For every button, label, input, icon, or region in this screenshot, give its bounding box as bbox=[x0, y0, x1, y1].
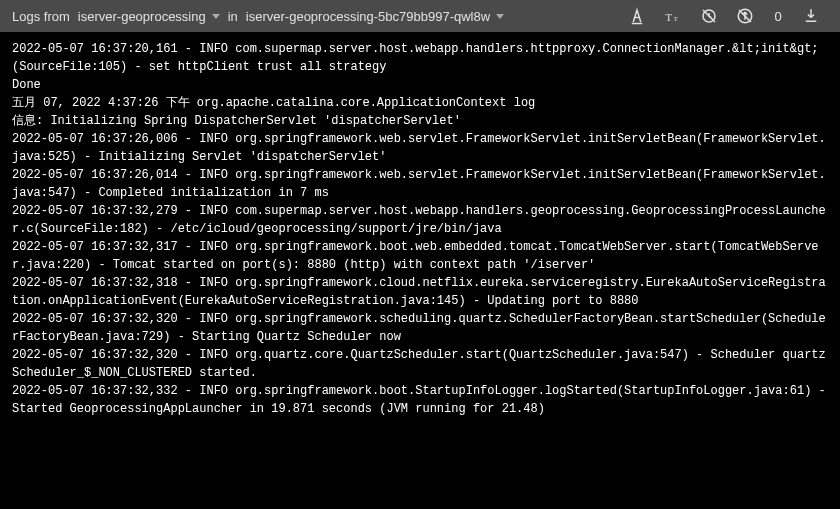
font-size-button[interactable]: T T bbox=[664, 7, 682, 25]
log-line: 2022-05-07 16:37:26,006 - INFO org.sprin… bbox=[12, 130, 828, 166]
container-name: iserver-geoprocessing bbox=[78, 9, 206, 24]
log-line: 信息: Initializing Spring DispatcherServle… bbox=[12, 112, 828, 130]
log-counter: 0 bbox=[772, 9, 784, 24]
log-output[interactable]: 2022-05-07 16:37:20,161 - INFO com.super… bbox=[0, 32, 840, 509]
pod-name: iserver-geoprocessing-5bc79bb997-qwl8w bbox=[246, 9, 490, 24]
log-toolbar: Logs from iserver-geoprocessing in iserv… bbox=[0, 0, 840, 32]
log-line: 2022-05-07 16:37:32,320 - INFO org.sprin… bbox=[12, 310, 828, 346]
log-line: 2022-05-07 16:37:32,332 - INFO org.sprin… bbox=[12, 382, 828, 418]
chevron-down-icon bbox=[212, 14, 220, 19]
log-line: Done bbox=[12, 76, 828, 94]
log-line: 2022-05-07 16:37:26,014 - INFO org.sprin… bbox=[12, 166, 828, 202]
svg-rect-7 bbox=[806, 21, 817, 23]
log-line: 2022-05-07 16:37:20,161 - INFO com.super… bbox=[12, 40, 828, 76]
log-line: 2022-05-07 16:37:32,320 - INFO org.quart… bbox=[12, 346, 828, 382]
autoscroll-toggle-button[interactable] bbox=[736, 7, 754, 25]
logs-from-label: Logs from bbox=[12, 9, 70, 24]
log-line: 2022-05-07 16:37:32,318 - INFO org.sprin… bbox=[12, 274, 828, 310]
log-line: 2022-05-07 16:37:32,317 - INFO org.sprin… bbox=[12, 238, 828, 274]
container-dropdown[interactable]: iserver-geoprocessing bbox=[74, 9, 224, 24]
in-label: in bbox=[228, 9, 238, 24]
svg-text:T: T bbox=[674, 15, 679, 22]
pod-dropdown[interactable]: iserver-geoprocessing-5bc79bb997-qwl8w bbox=[242, 9, 508, 24]
timestamps-toggle-button[interactable] bbox=[700, 7, 718, 25]
text-color-button[interactable] bbox=[628, 7, 646, 25]
download-button[interactable] bbox=[802, 7, 820, 25]
toolbar-right: T T 0 bbox=[628, 7, 828, 25]
chevron-down-icon bbox=[496, 14, 504, 19]
svg-text:T: T bbox=[666, 12, 673, 23]
log-line: 五月 07, 2022 4:37:26 下午 org.apache.catali… bbox=[12, 94, 828, 112]
toolbar-left: Logs from iserver-geoprocessing in iserv… bbox=[12, 9, 628, 24]
log-line: 2022-05-07 16:37:32,279 - INFO com.super… bbox=[12, 202, 828, 238]
